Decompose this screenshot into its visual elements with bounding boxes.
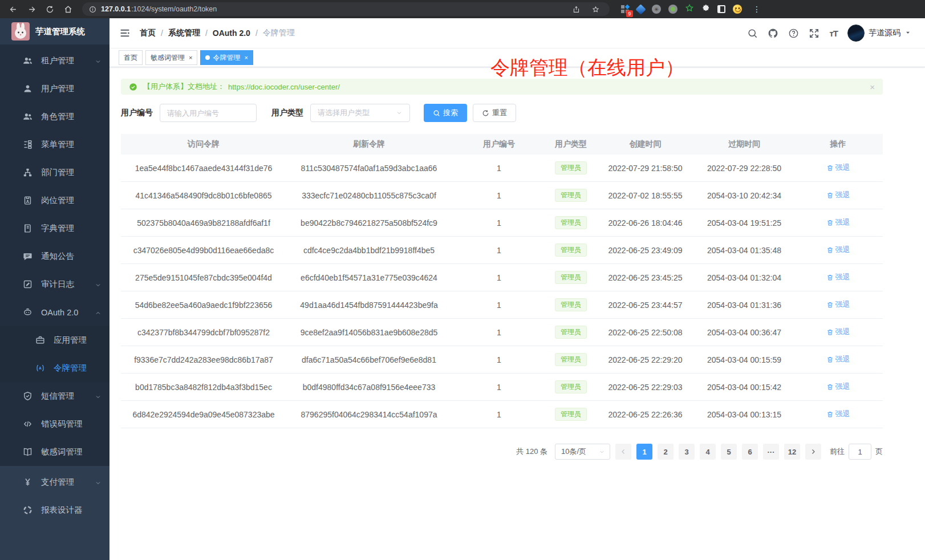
force-logout-button[interactable]: 强退 — [826, 217, 850, 228]
sidebar-item-租户管理[interactable]: 租户管理 — [0, 47, 109, 75]
page-button-1[interactable]: 1 — [636, 444, 652, 460]
user-menu[interactable]: 芋道源码 — [847, 25, 911, 42]
font-size-icon[interactable]: ᴛT — [829, 29, 838, 38]
sidebar-item-敏感词管理[interactable]: 敏感词管理 — [0, 438, 109, 466]
sidebar-item-岗位管理[interactable]: 岗位管理 — [0, 186, 109, 214]
pagination: 共 120 条 10条/页 123456···12 前往 页 — [121, 444, 883, 460]
sidebar-item-报表设计器[interactable]: 报表设计器 — [0, 496, 109, 524]
sidebar-item-字典管理[interactable]: 字典管理 — [0, 214, 109, 242]
success-check-icon — [129, 83, 137, 91]
user-type-select[interactable]: 请选择用户类型 — [310, 104, 410, 122]
cell-actions: 强退 — [793, 354, 883, 365]
force-logout-button[interactable]: 强退 — [826, 272, 850, 282]
search-icon[interactable] — [747, 28, 758, 39]
help-icon[interactable] — [788, 28, 799, 39]
user-id-input[interactable] — [160, 104, 257, 122]
forward-icon[interactable] — [24, 2, 39, 17]
reload-icon[interactable] — [42, 2, 57, 17]
page-button-3[interactable]: 3 — [679, 444, 695, 460]
tab-close-icon[interactable]: × — [189, 54, 192, 61]
sidebar-item-icon — [23, 477, 33, 487]
gem-extension-icon[interactable] — [635, 4, 646, 14]
page-button-12[interactable]: 12 — [784, 444, 800, 460]
sidebar-item-短信管理[interactable]: 短信管理 — [0, 382, 109, 410]
jump-page-input[interactable] — [849, 444, 871, 460]
sidebar-item-label: OAuth 2.0 — [41, 308, 86, 317]
chevron-right-icon — [810, 448, 817, 455]
tag-view-敏感词管理[interactable]: 敏感词管理 × — [145, 50, 197, 65]
reset-button[interactable]: 重置 — [473, 104, 516, 122]
doc-link[interactable]: https://doc.iocoder.cn/user-center/ — [228, 83, 340, 91]
page-button-4[interactable]: 4 — [700, 444, 716, 460]
app-logo[interactable]: 芋道管理系统 — [0, 18, 109, 44]
sidebar-item-角色管理[interactable]: 角色管理 — [0, 103, 109, 131]
sidebar-item-icon — [23, 279, 33, 289]
sidebar-item-错误码管理[interactable]: 错误码管理 — [0, 410, 109, 438]
page-ellipsis[interactable]: ··· — [763, 444, 779, 460]
force-logout-button[interactable]: 强退 — [826, 354, 850, 364]
sidebar-item-label: 通知公告 — [41, 251, 102, 262]
sidebar-item-通知公告[interactable]: 通知公告 — [0, 242, 109, 270]
sidebar-item-用户管理[interactable]: 用户管理 — [0, 75, 109, 103]
force-logout-button[interactable]: 强退 — [826, 245, 850, 255]
page-button-6[interactable]: 6 — [742, 444, 758, 460]
sidebar-item-label: 岗位管理 — [41, 195, 102, 206]
cell-expire-time: 2054-03-04 00:13:15 — [695, 410, 793, 419]
extensions-puzzle-icon[interactable] — [701, 4, 710, 15]
sidebar-item-令牌管理[interactable]: A 令牌管理 — [0, 354, 109, 382]
breadcrumb: 首页/系统管理/OAuth 2.0/令牌管理 — [140, 28, 295, 38]
alert-close-icon[interactable]: × — [870, 82, 875, 92]
address-bar[interactable]: 127.0.0.1:1024/system/oauth2/token — [82, 2, 610, 16]
force-logout-button[interactable]: 强退 — [826, 299, 850, 310]
user-type-badge: 管理员 — [555, 271, 587, 284]
breadcrumb-item[interactable]: 首页 — [140, 28, 156, 38]
force-logout-button[interactable]: 强退 — [826, 163, 850, 173]
bookmark-star-icon[interactable] — [588, 2, 603, 17]
sidebar-item-菜单管理[interactable]: 菜单管理 — [0, 131, 109, 159]
breadcrumb-item[interactable]: 系统管理 — [168, 28, 200, 38]
force-logout-button[interactable]: 强退 — [826, 382, 850, 392]
tag-view-首页[interactable]: 首页 — [119, 50, 143, 65]
next-page-button[interactable] — [805, 444, 821, 460]
force-logout-button[interactable]: 强退 — [826, 190, 850, 200]
table-row: b0d1785bc3a8482f812db4a3f3bd15ec b0df498… — [121, 374, 883, 401]
page-size-select[interactable]: 10条/页 — [555, 444, 610, 460]
fullscreen-icon[interactable] — [809, 28, 819, 39]
sidebar-item-OAuth 2.0[interactable]: OAuth 2.0 — [0, 298, 109, 326]
profile-emoji-icon[interactable] — [733, 5, 742, 14]
command-extension-icon[interactable]: ✳ — [652, 5, 661, 14]
force-logout-button[interactable]: 强退 — [826, 409, 850, 419]
home-icon[interactable] — [60, 2, 75, 17]
force-logout-button[interactable]: 强退 — [826, 327, 850, 337]
hamburger-icon[interactable] — [119, 27, 131, 39]
cell-user-id: 1 — [452, 383, 546, 392]
page-button-5[interactable]: 5 — [721, 444, 737, 460]
search-button[interactable]: 搜索 — [424, 104, 467, 122]
side-panel-icon[interactable] — [717, 5, 725, 13]
cell-user-type: 管理员 — [546, 189, 595, 202]
cell-actions: 强退 — [793, 217, 883, 228]
page-button-2[interactable]: 2 — [658, 444, 674, 460]
breadcrumb-item[interactable]: OAuth 2.0 — [213, 29, 250, 38]
recorder-extension-icon[interactable] — [668, 5, 677, 14]
github-icon[interactable] — [768, 28, 778, 39]
back-icon[interactable] — [6, 2, 21, 17]
share-icon[interactable] — [569, 2, 583, 17]
tab-manager-extension-icon[interactable]: 9 — [621, 5, 630, 14]
tab-close-icon[interactable]: × — [244, 54, 248, 61]
site-info-icon[interactable] — [89, 6, 96, 13]
chevron-down-icon — [904, 28, 911, 38]
sidebar-item-部门管理[interactable]: 部门管理 — [0, 159, 109, 186]
prev-page-button[interactable] — [615, 444, 631, 460]
filter-form: 用户编号 用户类型 请选择用户类型 搜索 重置 — [121, 104, 883, 122]
sidebar-item-审计日志[interactable]: 审计日志 — [0, 270, 109, 298]
sidebar-item-支付管理[interactable]: 支付管理 — [0, 468, 109, 496]
evernote-extension-icon[interactable] — [685, 3, 694, 15]
browser-menu-icon[interactable]: ⋮ — [753, 5, 761, 14]
sidebar-item-应用管理[interactable]: 应用管理 — [0, 326, 109, 354]
cell-created-time: 2022-06-25 22:29:20 — [595, 355, 695, 364]
cell-refresh-token: 49d1aa46d1454fbd87591444423be9fa — [286, 301, 452, 310]
tag-view-令牌管理[interactable]: 令牌管理 × — [200, 50, 253, 65]
avatar — [847, 25, 865, 42]
cell-refresh-token: 333ecfc71e02480cb11055c875c3ca0f — [286, 191, 452, 200]
